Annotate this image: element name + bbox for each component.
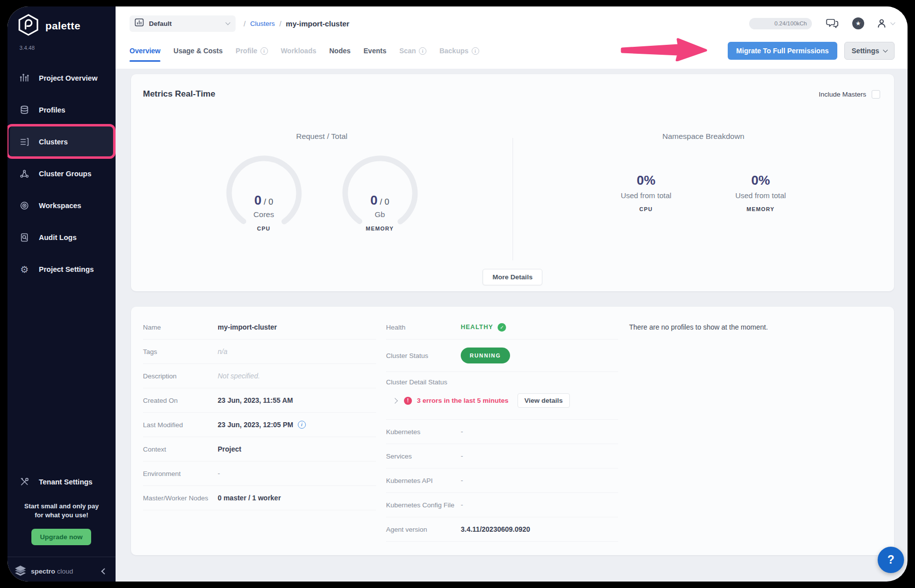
include-masters-checkbox[interactable]: [872, 90, 880, 99]
detail-row-kubernetes: Kubernetes -: [386, 420, 618, 444]
sidebar-item-label: Tenant Settings: [39, 478, 93, 486]
gauges: 0 / 0 Cores CPU: [131, 154, 513, 233]
sidebar-item-project-settings[interactable]: ⚙ Project Settings: [7, 253, 116, 285]
tab-usage-costs[interactable]: Usage & Costs: [173, 47, 223, 55]
metrics-card: Metrics Real-Time Include Masters Reques…: [131, 74, 894, 291]
tab-scan[interactable]: Scan: [399, 47, 426, 55]
chat-icon[interactable]: [826, 17, 839, 29]
info-icon[interactable]: [298, 421, 306, 429]
cpu-gauge: 0 / 0 Cores CPU: [225, 154, 303, 233]
main-area: Default / Clusters / my-import-cluster 0…: [116, 6, 908, 582]
project-selector-value: Default: [149, 20, 172, 27]
detail-row-cluster-status: Cluster Status RUNNING: [386, 340, 618, 372]
tab-profile[interactable]: Profile: [236, 47, 268, 55]
chart-icon: [19, 73, 29, 83]
spectro-cloud-logo-icon: [14, 565, 27, 578]
page-header: Default / Clusters / my-import-cluster 0…: [116, 6, 908, 69]
expand-chevron-icon[interactable]: [392, 398, 397, 403]
tab-workloads[interactable]: Workloads: [281, 47, 316, 55]
health-status-text: HEALTHY: [461, 324, 493, 331]
detail-row-last-modified: Last Modified 23 Jun, 2023, 12:05 PM: [143, 413, 376, 437]
tab-overview[interactable]: Overview: [130, 47, 160, 55]
brand-logo[interactable]: palette: [18, 14, 81, 38]
details-left-column: Name my-import-cluster Tags n/a Descript…: [143, 315, 376, 510]
star-badge-icon[interactable]: ★: [852, 17, 864, 29]
sidebar-footer: spectro cloud: [7, 561, 116, 582]
error-icon: [404, 397, 412, 405]
info-icon: [261, 47, 268, 55]
app-window: palette 3.4.48 Project Overview Profiles: [7, 6, 908, 582]
profiles-empty-message: There are no profiles to show at the mom…: [629, 323, 768, 331]
detail-row-environment: Environment -: [143, 462, 376, 486]
audit-log-icon: [19, 233, 29, 242]
sidebar-item-workspaces[interactable]: Workspaces: [7, 190, 116, 222]
namespace-cpu-stat: 0% Used from total CPU: [618, 173, 674, 212]
namespace-memory-stat: 0% Used from total MEMORY: [733, 173, 788, 212]
migrate-to-full-permissions-button[interactable]: Migrate To Full Permissions: [728, 42, 837, 60]
request-total-panel: Request / Total 0 / 0: [131, 109, 513, 291]
sidebar-item-label: Clusters: [39, 138, 68, 146]
more-details-button[interactable]: More Details: [483, 269, 542, 285]
tabs: Overview Usage & Costs Profile Workloads…: [130, 47, 479, 55]
cluster-details-card: Name my-import-cluster Tags n/a Descript…: [131, 307, 894, 555]
project-selector[interactable]: Default: [130, 15, 236, 32]
sidebar-item-profiles[interactable]: Profiles: [7, 94, 116, 126]
sidebar-footer-divider: [7, 557, 116, 557]
help-button[interactable]: ?: [878, 547, 904, 573]
layers-icon: [19, 105, 29, 115]
sidebar-item-clusters[interactable]: Clusters: [10, 126, 113, 158]
namespace-stats: 0% Used from total CPU 0% Used from tota…: [513, 173, 894, 212]
detail-row-kubernetes-api: Kubernetes API -: [386, 469, 618, 493]
detail-row-master-worker-nodes: Master/Worker Nodes 0 master / 1 worker: [143, 486, 376, 510]
sidebar-item-label: Profiles: [39, 106, 65, 114]
chevron-down-icon[interactable]: [891, 20, 896, 25]
detail-row-kubernetes-config-file: Kubernetes Config File -: [386, 493, 618, 517]
topbar: Default / Clusters / my-import-cluster 0…: [116, 6, 908, 37]
include-masters-toggle: Include Masters: [819, 90, 880, 99]
detail-row-name: Name my-import-cluster: [143, 315, 376, 340]
details-right-column: Health HEALTHY Cluster Status RUNNING Cl…: [386, 315, 618, 542]
screenshot-frame: palette 3.4.48 Project Overview Profiles: [0, 0, 915, 588]
upgrade-promo-text: Start small and only pay for what you us…: [7, 502, 116, 520]
user-icon[interactable]: [876, 18, 887, 29]
sidebar-item-tenant-settings[interactable]: Tenant Settings: [7, 466, 116, 498]
cluster-list-icon: [19, 137, 29, 147]
app-version: 3.4.48: [19, 45, 35, 51]
project-scope-icon: [134, 18, 144, 29]
sidebar: palette 3.4.48 Project Overview Profiles: [7, 6, 116, 582]
sidebar-item-label: Workspaces: [39, 202, 81, 210]
detail-row-tags: Tags n/a: [143, 340, 376, 364]
chevron-down-icon: [226, 20, 231, 25]
sidebar-item-label: Project Settings: [39, 265, 94, 273]
profiles-column: There are no profiles to show at the mom…: [629, 323, 874, 332]
palette-logo-icon: [18, 14, 39, 38]
tab-nodes[interactable]: Nodes: [329, 47, 351, 55]
info-icon: [419, 47, 426, 55]
sidebar-item-audit-logs[interactable]: Audit Logs: [7, 222, 116, 253]
sidebar-collapse-icon[interactable]: [101, 568, 108, 575]
sidebar-tenant: Tenant Settings: [7, 466, 116, 498]
metrics-body: Request / Total 0 / 0: [131, 109, 894, 291]
settings-button[interactable]: Settings: [844, 42, 895, 60]
request-total-title: Request / Total: [131, 132, 513, 141]
detail-row-description: Description Not specified.: [143, 364, 376, 388]
view-details-button[interactable]: View details: [518, 393, 570, 408]
network-icon: [19, 169, 29, 179]
page-content: Metrics Real-Time Include Masters Reques…: [116, 69, 908, 582]
tab-backups[interactable]: Backups: [439, 47, 479, 55]
detail-row-agent-version: Agent version 3.4.11/20230609.0920: [386, 517, 618, 542]
tab-events[interactable]: Events: [364, 47, 387, 55]
breadcrumb-clusters-link[interactable]: Clusters: [250, 20, 275, 27]
namespace-breakdown-title: Namespace Breakdown: [513, 132, 894, 141]
metrics-header: Metrics Real-Time Include Masters: [131, 74, 894, 99]
chevron-down-icon: [883, 48, 888, 53]
detail-row-services: Services -: [386, 444, 618, 469]
upgrade-now-button[interactable]: Upgrade now: [31, 529, 91, 545]
sidebar-item-cluster-groups[interactable]: Cluster Groups: [7, 158, 116, 190]
check-circle-icon: [498, 323, 506, 332]
sidebar-item-project-overview[interactable]: Project Overview: [7, 62, 116, 94]
sidebar-item-label: Cluster Groups: [39, 170, 92, 178]
sidebar-item-label: Audit Logs: [39, 234, 77, 241]
workspace-icon: [19, 201, 29, 211]
info-icon: [472, 47, 479, 55]
